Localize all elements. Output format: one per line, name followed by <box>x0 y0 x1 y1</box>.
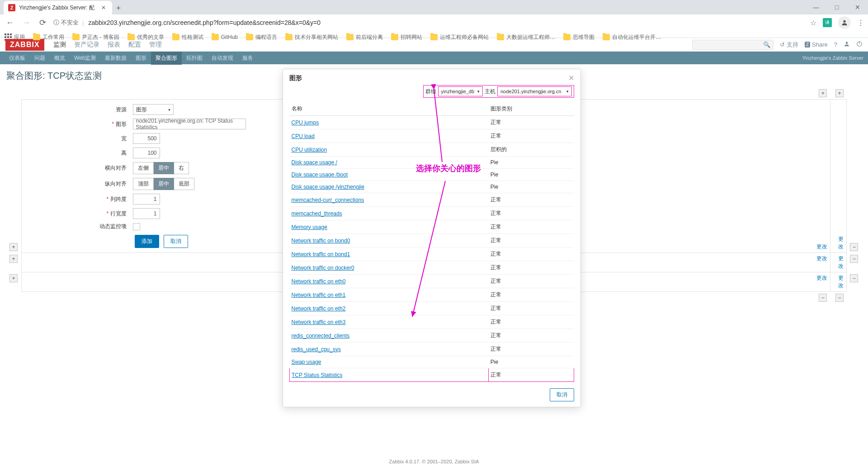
help-icon[interactable]: ? <box>834 41 837 48</box>
profile-icon[interactable] <box>838 16 851 29</box>
graph-name-link[interactable]: Network traffic on docker0 <box>292 265 354 271</box>
change-link[interactable]: 更改 <box>816 243 827 250</box>
graph-name-link[interactable]: Network traffic on bond1 <box>292 251 350 257</box>
graph-row[interactable]: Memory usage正常 <box>290 220 574 234</box>
graph-name-link[interactable]: Disk space usage /yinzhengjie <box>292 184 364 190</box>
graph-row[interactable]: redis_used_cpu_sys正常 <box>290 343 574 356</box>
graph-row[interactable]: Network traffic on bond1正常 <box>290 248 574 261</box>
modal-cancel-button[interactable]: 取消 <box>550 388 574 401</box>
graph-name-link[interactable]: CPU utilization <box>292 147 327 153</box>
search-icon[interactable]: 🔍 <box>763 41 770 48</box>
bookmark-item-1[interactable]: 尹正杰 - 博客园 <box>72 33 119 41</box>
search-input[interactable] <box>695 42 763 48</box>
cancel-button[interactable]: 取消 <box>164 235 188 248</box>
cell-add-col-button[interactable]: + <box>835 89 844 97</box>
graph-row[interactable]: memcached-curr_connections正常 <box>290 193 574 207</box>
cell-add-row-button[interactable]: + <box>9 255 18 263</box>
graph-name-link[interactable]: Swap usage <box>292 359 321 365</box>
rowspan-input[interactable] <box>133 208 160 219</box>
bookmark-item-4[interactable]: GitHub <box>212 33 238 41</box>
support-link[interactable]: ↺ 支持 <box>780 41 798 49</box>
forward-button[interactable]: → <box>20 16 33 29</box>
graph-row[interactable]: redis_connected_clients正常 <box>290 329 574 343</box>
bookmark-item-8[interactable]: 招聘网站 <box>391 33 422 41</box>
bookmark-item-9[interactable]: 运维工程师必备网站 <box>430 33 489 41</box>
share-link[interactable]: Z Share <box>805 41 828 48</box>
halign-group-option-2[interactable]: 右 <box>174 162 189 174</box>
group-filter-select[interactable]: yinzhengjie_db <box>438 86 483 96</box>
browser-tab[interactable]: Z Yinzhengjie's Zabbix Server: 配 ✕ <box>4 1 112 14</box>
host-filter-select[interactable]: node201.yinzhengjie.org.cn <box>497 86 572 96</box>
subnav-item-7[interactable]: 拓扑图 <box>182 52 207 65</box>
col-name[interactable]: 名称 <box>290 102 489 116</box>
graph-row[interactable]: Disk space usage /bootPie <box>290 169 574 181</box>
change-link[interactable]: 更改 <box>816 275 827 281</box>
graph-row[interactable]: Disk space usage /yinzhengjiePie <box>290 181 574 193</box>
cell-add-row-button[interactable]: + <box>9 274 18 282</box>
graph-input[interactable]: node201.yinzhengjie.org.cn: TCP Status S… <box>133 119 246 129</box>
bookmark-item-0[interactable]: 工作常用 <box>33 33 64 41</box>
reload-button[interactable]: ⟳ <box>36 16 49 29</box>
graph-row[interactable]: Network traffic on eth1正常 <box>290 288 574 302</box>
graph-name-link[interactable]: memcached_threads <box>292 210 342 217</box>
logout-icon[interactable] <box>856 41 863 48</box>
window-minimize-button[interactable]: — <box>806 0 826 14</box>
add-button[interactable]: 添加 <box>135 235 159 248</box>
subnav-item-5[interactable]: 图形 <box>131 52 151 65</box>
new-tab-button[interactable]: + <box>112 2 125 14</box>
window-maximize-button[interactable]: □ <box>826 0 847 14</box>
colspan-input[interactable] <box>133 194 160 205</box>
graph-name-link[interactable]: Memory usage <box>292 224 327 230</box>
modal-close-icon[interactable]: ✕ <box>568 74 574 82</box>
bookmark-item-2[interactable]: 优秀的文章 <box>127 33 164 41</box>
url-field[interactable]: ⓘ 不安全 | zabbix203.yinzhengjie.org.cn/scr… <box>52 19 807 27</box>
graph-name-link[interactable]: redis_used_cpu_sys <box>292 346 341 353</box>
subnav-item-2[interactable]: 概览 <box>50 52 70 65</box>
graph-row[interactable]: CPU jumps正常 <box>290 116 574 129</box>
valign-group-option-0[interactable]: 顶部 <box>133 178 154 190</box>
graph-name-link[interactable]: CPU load <box>292 133 315 139</box>
menu-icon[interactable]: ⋮ <box>857 19 864 27</box>
subnav-item-0[interactable]: 仪表板 <box>5 52 30 65</box>
zabbix-search[interactable]: 🔍 <box>692 40 774 50</box>
change-link[interactable]: 更改 <box>838 275 844 289</box>
halign-group-option-1[interactable]: 居中 <box>154 162 174 174</box>
valign-group-option-1[interactable]: 居中 <box>154 178 174 190</box>
subnav-item-1[interactable]: 问题 <box>30 52 50 65</box>
dynamic-checkbox[interactable] <box>133 223 140 230</box>
valign-group-option-2[interactable]: 底部 <box>174 178 194 190</box>
change-link[interactable]: 更改 <box>838 236 844 250</box>
graph-row[interactable]: Network traffic on bond0正常 <box>290 234 574 248</box>
bookmark-item-5[interactable]: 编程语言 <box>246 33 277 41</box>
graph-name-link[interactable]: memcached-curr_connections <box>292 197 364 203</box>
graph-name-link[interactable]: redis_connected_clients <box>292 333 350 339</box>
cell-remove-row-button[interactable]: − <box>850 255 858 263</box>
graph-name-link[interactable]: Network traffic on eth2 <box>292 305 346 312</box>
cell-add-col-button[interactable]: + <box>819 89 827 97</box>
resource-select[interactable]: 图形 <box>133 104 174 115</box>
back-button[interactable]: ← <box>4 16 16 29</box>
cell-remove-col-button[interactable]: − <box>819 294 827 302</box>
nav-item-1[interactable]: 资产记录 <box>74 41 99 49</box>
graph-name-link[interactable]: Disk space usage /boot <box>292 172 348 178</box>
graph-name-link[interactable]: Disk space usage / <box>292 159 337 166</box>
security-indicator[interactable]: ⓘ 不安全 | <box>53 19 85 27</box>
bookmark-item-11[interactable]: 思维导图 <box>563 33 594 41</box>
graph-name-link[interactable]: Network traffic on eth0 <box>292 278 346 285</box>
graph-row[interactable]: Network traffic on eth2正常 <box>290 302 574 315</box>
nav-item-4[interactable]: 管理 <box>149 41 162 49</box>
graph-name-link[interactable]: Network traffic on eth1 <box>292 292 346 298</box>
bookmark-item-6[interactable]: 技术分享相关网站 <box>285 33 338 41</box>
graph-row[interactable]: memcached_threads正常 <box>290 207 574 220</box>
bookmark-item-3[interactable]: 性格测试 <box>172 33 203 41</box>
nav-item-3[interactable]: 配置 <box>128 41 141 49</box>
subnav-item-6[interactable]: 聚合图形 <box>151 52 182 65</box>
halign-group-option-0[interactable]: 左侧 <box>133 162 154 174</box>
cell-remove-row-button[interactable]: − <box>850 243 858 251</box>
change-link[interactable]: 更改 <box>816 255 827 262</box>
graph-row[interactable]: Swap usagePie <box>290 356 574 368</box>
bookmark-item-12[interactable]: 自动化运维平台开… <box>603 33 661 41</box>
bookmark-item-10[interactable]: 大数据运维工程师… <box>497 33 555 41</box>
subnav-item-8[interactable]: 自动发现 <box>207 52 238 65</box>
graph-row[interactable]: CPU utilization层积的 <box>290 143 574 157</box>
